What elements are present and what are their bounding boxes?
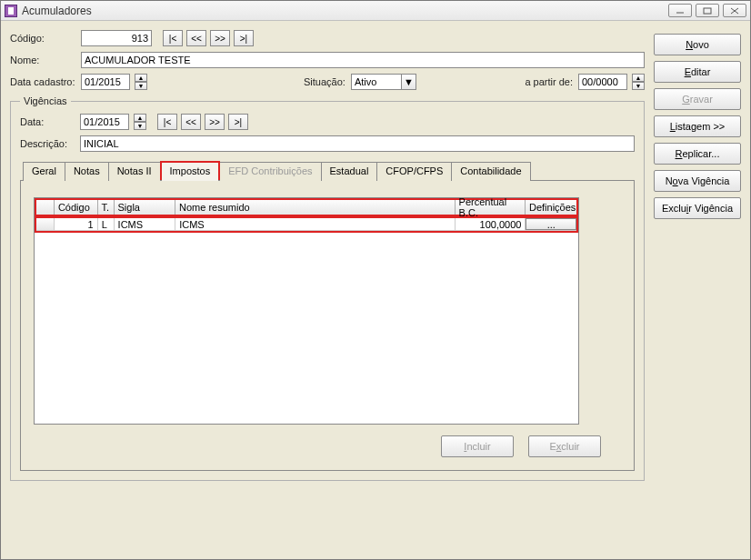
main-form: Código: 913 |< << >> >| Nome: ACUMULADOR… <box>10 30 645 550</box>
tab-impostos[interactable]: Impostos <box>160 161 221 180</box>
codigo-value: 913 <box>132 33 148 44</box>
cell-codigo[interactable]: 1 <box>55 218 98 231</box>
spinner-down-icon[interactable]: ▼ <box>134 122 146 130</box>
novo-button[interactable]: Novo <box>654 34 741 55</box>
nome-input[interactable]: ACUMULADOR TESTE <box>81 52 645 68</box>
codigo-label: Código: <box>10 33 75 44</box>
app-icon <box>5 5 17 17</box>
grid-header: Código T. Sigla Nome resumido Percentual… <box>35 198 578 216</box>
nav-next-button[interactable]: >> <box>210 30 230 46</box>
spinner-down-icon[interactable]: ▼ <box>632 82 645 90</box>
nav-first-button[interactable]: |< <box>163 30 183 46</box>
vig-descricao-value: INICIAL <box>84 138 119 149</box>
grid-button-row: Incluir Excluir <box>34 435 621 457</box>
tab-strip: Geral Notas Notas II Impostos EFD Contri… <box>20 161 635 181</box>
close-icon <box>730 7 739 15</box>
nav-prev-button[interactable]: << <box>181 114 201 130</box>
nome-value: ACUMULADOR TESTE <box>85 55 191 65</box>
data-cadastro-label: Data cadastro: <box>10 76 75 87</box>
col-nome[interactable]: Nome resumido <box>175 200 456 215</box>
nav-first-button[interactable]: |< <box>157 114 177 130</box>
apartirde-value: 00/0000 <box>582 76 618 87</box>
client-area: Código: 913 |< << >> >| Nome: ACUMULADOR… <box>1 21 750 559</box>
vig-descricao-label: Descrição: <box>20 138 75 149</box>
minimize-icon <box>676 7 685 15</box>
tab-notas[interactable]: Notas <box>65 162 109 181</box>
spinner-up-icon[interactable]: ▲ <box>632 74 645 82</box>
vigencias-legend: Vigências <box>20 95 71 106</box>
impostos-grid[interactable]: Código T. Sigla Nome resumido Percentual… <box>34 197 579 425</box>
definicoes-button[interactable]: ... <box>526 218 576 230</box>
nome-label: Nome: <box>10 55 75 65</box>
window-title: Acumuladores <box>22 5 92 17</box>
data-cadastro-input[interactable]: 01/2015 <box>81 74 130 90</box>
spinner-up-icon[interactable]: ▲ <box>134 114 146 122</box>
nav-last-button[interactable]: >| <box>228 114 248 130</box>
col-codigo[interactable]: Código <box>55 200 98 215</box>
vigencias-fieldset: Vigências Data: 01/2015 ▲ ▼ |< << >> >| <box>10 95 645 481</box>
col-sigla[interactable]: Sigla <box>115 200 176 215</box>
cell-def: ... <box>526 218 576 231</box>
excluir-button[interactable]: Excluir <box>528 435 601 457</box>
minimize-button[interactable] <box>668 4 692 17</box>
apartirde-input[interactable]: 00/0000 <box>578 74 627 90</box>
tab-notas2[interactable]: Notas II <box>108 162 161 181</box>
tab-panel-impostos: Código T. Sigla Nome resumido Percentual… <box>20 181 635 471</box>
col-t[interactable]: T. <box>98 200 115 215</box>
row-header[interactable] <box>36 218 55 231</box>
maximize-button[interactable] <box>696 4 719 17</box>
grid-rowheader-corner <box>36 200 55 215</box>
listagem-button[interactable]: Listagem >> <box>654 115 741 137</box>
table-row[interactable]: 1 L ICMS ICMS 100,0000 ... <box>35 216 578 233</box>
gravar-button: Gravar <box>654 88 741 110</box>
nova-vigencia-button[interactable]: Nova Vigência <box>654 170 741 192</box>
spinner-down-icon[interactable]: ▼ <box>135 82 147 90</box>
nav-last-button[interactable]: >| <box>234 30 254 46</box>
incluir-button[interactable]: Incluir <box>441 435 514 457</box>
replicar-button[interactable]: Replicar... <box>654 143 741 165</box>
nav-prev-button[interactable]: << <box>186 30 206 46</box>
codigo-nav: |< << >> >| <box>163 30 254 46</box>
vig-data-value: 01/2015 <box>84 116 120 127</box>
maximize-icon <box>703 7 712 15</box>
vig-data-input[interactable]: 01/2015 <box>80 114 129 130</box>
data-cadastro-value: 01/2015 <box>85 76 121 87</box>
excluir-vigencia-button[interactable]: Excluir Vigência <box>654 197 741 219</box>
codigo-input[interactable]: 913 <box>81 30 152 46</box>
cell-nome[interactable]: ICMS <box>175 218 456 231</box>
situacao-combo[interactable]: Ativo ▼ <box>351 74 416 90</box>
vig-descricao-input[interactable]: INICIAL <box>80 135 635 152</box>
apartirde-label: a partir de: <box>525 76 573 87</box>
col-def[interactable]: Definições <box>526 200 576 215</box>
col-perc[interactable]: Percentual B.C. <box>456 200 526 215</box>
svg-rect-1 <box>704 8 711 14</box>
nav-next-button[interactable]: >> <box>205 114 225 130</box>
tab-geral[interactable]: Geral <box>23 162 65 181</box>
tab-contabilidade[interactable]: Contabilidade <box>451 162 530 181</box>
apartirde-spinner[interactable]: ▲ ▼ <box>632 74 645 90</box>
chevron-down-icon: ▼ <box>401 75 416 89</box>
tab-cfop[interactable]: CFOP/CFPS <box>376 162 452 181</box>
vig-data-spinner[interactable]: ▲ ▼ <box>134 114 146 130</box>
tab-efd: EFD Contribuições <box>219 162 321 181</box>
editar-button[interactable]: Editar <box>654 61 741 83</box>
situacao-value: Ativo <box>355 76 376 87</box>
titlebar: Acumuladores <box>1 1 750 21</box>
cell-sigla[interactable]: ICMS <box>115 218 176 231</box>
situacao-label: Situação: <box>304 76 345 87</box>
cell-t[interactable]: L <box>98 218 115 231</box>
acumuladores-window: Acumuladores Código: 913 |< << >> >| <box>0 0 751 560</box>
grid-body: 1 L ICMS ICMS 100,0000 ... <box>35 216 578 424</box>
spinner-up-icon[interactable]: ▲ <box>135 74 147 82</box>
vig-data-label: Data: <box>20 116 75 127</box>
data-cadastro-spinner[interactable]: ▲ ▼ <box>135 74 147 90</box>
close-button[interactable] <box>723 4 746 17</box>
vig-nav: |< << >> >| <box>157 114 248 130</box>
tab-estadual[interactable]: Estadual <box>321 162 378 181</box>
window-controls <box>668 4 746 17</box>
side-buttons: Novo Editar Gravar Listagem >> Replicar.… <box>654 30 741 550</box>
cell-perc[interactable]: 100,0000 <box>456 218 526 231</box>
